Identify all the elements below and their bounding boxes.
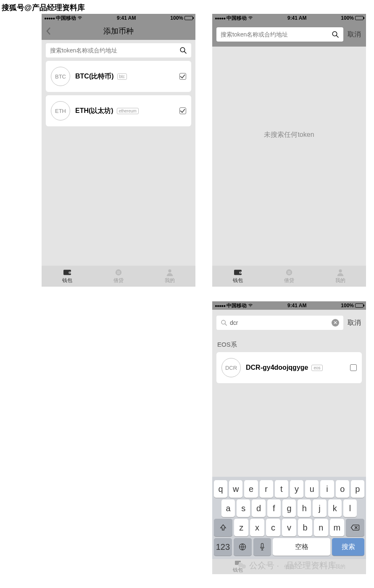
signal-dots-icon: ●●●●● — [215, 16, 225, 21]
svg-line-1 — [184, 51, 186, 53]
search-field[interactable] — [230, 319, 332, 326]
search-icon — [221, 319, 227, 326]
key-l[interactable]: l — [343, 499, 357, 517]
key-i[interactable]: i — [320, 480, 334, 498]
token-row[interactable]: DCR DCR-gy4doojqgyge eos — [216, 352, 362, 383]
key-o[interactable]: o — [336, 480, 349, 498]
cancel-button[interactable]: 取消 — [345, 319, 366, 327]
status-bar: ●●●●● 中国移动 9:41 AM 100% — [42, 14, 195, 22]
key-globe[interactable] — [234, 538, 252, 556]
key-v[interactable]: v — [282, 519, 296, 536]
coin-name: DCR-gy4doojqgyge — [246, 364, 308, 371]
watermark-top: 搜狐号@产品经理资料库 — [2, 3, 85, 13]
back-icon[interactable] — [46, 27, 51, 35]
search-input[interactable]: ✕ — [216, 316, 343, 330]
coin-checkbox[interactable] — [179, 107, 186, 114]
shift-icon — [219, 524, 227, 531]
key-a[interactable]: a — [221, 499, 235, 517]
status-bar: ●●●●● 中国移动 9:41 AM 100% — [212, 14, 366, 22]
tab-label: 借贷 — [284, 277, 294, 284]
signal-dots-icon: ●●●●● — [44, 16, 55, 21]
keyboard-row-2: a s d f g h j k l — [214, 499, 364, 517]
wechat-icon — [237, 562, 247, 570]
key-s[interactable]: s — [237, 499, 250, 517]
screen-search-empty: ●●●●● 中国移动 9:41 AM 100% 取消 未搜索任何token 钱包… — [212, 14, 366, 287]
token-row[interactable]: ETH ETH(以太坊) ethereum — [46, 95, 191, 126]
search-input[interactable] — [216, 27, 343, 42]
key-f[interactable]: f — [267, 499, 281, 517]
clear-icon[interactable]: ✕ — [332, 319, 339, 327]
key-k[interactable]: k — [328, 499, 342, 517]
coin-name: ETH(以太坊) — [75, 107, 113, 115]
coin-badge: BTC — [51, 67, 70, 86]
battery-percent: 100% — [170, 15, 183, 21]
svg-point-4 — [69, 272, 70, 273]
key-x[interactable]: x — [250, 519, 264, 536]
key-e[interactable]: e — [244, 480, 258, 498]
section-header: EOS系 — [212, 336, 366, 352]
wallet-icon — [63, 269, 72, 276]
svg-point-13 — [339, 269, 342, 272]
key-j[interactable]: j — [313, 499, 326, 517]
watermark-bottom-2: 品经理资料库 — [286, 560, 336, 571]
battery-percent: 100% — [341, 15, 354, 21]
key-shift[interactable] — [214, 519, 232, 536]
svg-point-6 — [168, 269, 171, 272]
key-p[interactable]: p — [351, 480, 364, 498]
search-field[interactable] — [50, 47, 179, 54]
key-y[interactable]: y — [290, 480, 303, 498]
key-h[interactable]: h — [298, 499, 311, 517]
coin-checkbox[interactable] — [350, 364, 357, 371]
key-d[interactable]: d — [252, 499, 265, 517]
key-mic[interactable] — [253, 538, 271, 556]
key-m[interactable]: m — [330, 519, 344, 536]
user-icon — [336, 269, 345, 276]
tab-label: 我的 — [165, 277, 175, 284]
search-field[interactable] — [221, 31, 332, 38]
key-w[interactable]: w — [229, 480, 242, 498]
tab-label: 钱包 — [62, 277, 72, 284]
tab-mine[interactable]: 我的 — [335, 563, 345, 570]
battery-icon — [184, 16, 193, 20]
key-c[interactable]: c — [266, 519, 280, 536]
coin-checkbox[interactable] — [179, 73, 186, 80]
nav-bar: 添加币种 — [42, 22, 195, 40]
screen-search-result: ●●●●● 中国移动 9:41 AM 100% ✕ 取消 EOS系 DCR DC… — [212, 301, 366, 574]
key-123[interactable]: 123 — [214, 538, 232, 556]
search-input[interactable] — [46, 43, 191, 57]
key-backspace[interactable] — [346, 519, 364, 536]
carrier-label: 中国移动 — [227, 302, 247, 309]
search-icon[interactable] — [332, 31, 339, 38]
coin-name: BTC(比特币) — [75, 72, 114, 81]
key-q[interactable]: q — [214, 480, 227, 498]
key-n[interactable]: n — [314, 519, 328, 536]
key-u[interactable]: u — [305, 480, 319, 498]
svg-point-14 — [221, 320, 225, 324]
cancel-button[interactable]: 取消 — [345, 30, 366, 39]
page-title: 添加币种 — [42, 26, 195, 36]
tab-wallet[interactable]: 钱包 — [233, 269, 243, 284]
user-icon — [165, 269, 174, 276]
search-icon[interactable] — [179, 47, 187, 54]
token-row[interactable]: BTC BTC(比特币) btc — [46, 61, 191, 92]
tab-bar: 钱包 借贷 我的 — [212, 266, 366, 287]
key-space[interactable]: 空格 — [273, 538, 330, 556]
tab-wallet[interactable]: 钱包 — [62, 269, 72, 284]
keyboard: q w e r t y u i o p a s d f g h j k l z — [212, 477, 366, 559]
key-g[interactable]: g — [282, 499, 296, 517]
key-r[interactable]: r — [260, 480, 273, 498]
key-search[interactable]: 搜索 — [332, 538, 364, 556]
tab-loan[interactable]: 借贷 — [113, 269, 124, 284]
key-z[interactable]: z — [234, 519, 248, 536]
carrier-label: 中国移动 — [56, 15, 76, 22]
key-b[interactable]: b — [298, 519, 312, 536]
tab-mine[interactable]: 我的 — [165, 269, 175, 284]
tab-label: 我的 — [335, 563, 345, 570]
tab-bar: 钱包 借贷 我的 — [42, 266, 195, 287]
key-t[interactable]: t — [275, 480, 288, 498]
status-time: 9:41 AM — [287, 303, 307, 308]
tab-loan[interactable]: 借贷 — [284, 269, 294, 284]
coin-tag: btc — [117, 73, 127, 80]
tab-mine[interactable]: 我的 — [335, 269, 345, 284]
battery-icon — [355, 16, 363, 20]
